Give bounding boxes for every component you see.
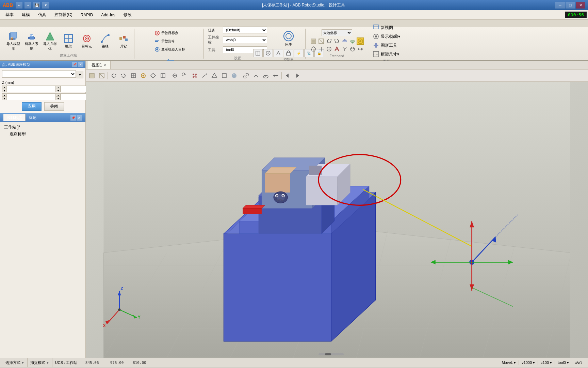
tb-snaps[interactable]	[190, 71, 199, 80]
tb-curve[interactable]	[251, 71, 261, 80]
fh-btn-7[interactable]	[310, 45, 317, 53]
tb-next[interactable]	[293, 71, 302, 80]
minimize-btn[interactable]: ─	[555, 2, 565, 9]
view-tab-1[interactable]: 视图1 ✕	[87, 61, 111, 69]
show-cmd-btn[interactable]: 示教指令	[153, 37, 187, 45]
tb-zoom-in[interactable]	[148, 71, 158, 80]
menu-modify[interactable]: 修改	[119, 11, 136, 19]
new-view-btn[interactable]: 新视图	[371, 24, 394, 32]
select-mode-item[interactable]: 选择方式 ▼	[3, 358, 28, 367]
fh-btn-8[interactable]	[317, 45, 325, 53]
fh-btn-11[interactable]	[341, 45, 348, 53]
select-mode-dropdown[interactable]: ▼	[21, 361, 24, 365]
dropdown-arrow[interactable]: ▼	[77, 71, 83, 78]
menu-controller[interactable]: 控制器(C)	[50, 11, 77, 19]
tb-zoom-fit[interactable]	[129, 71, 138, 80]
tb-measure[interactable]	[200, 71, 209, 80]
fh-btn-9[interactable]	[325, 45, 333, 53]
capture-mode-item[interactable]: 捕捉模式 ▼	[28, 358, 52, 367]
close-btn[interactable]: ✕	[576, 2, 585, 9]
other-btn[interactable]: 其它	[115, 32, 132, 50]
tb-prev[interactable]	[283, 71, 292, 80]
fh-btn-12[interactable]	[349, 45, 356, 53]
tb-shaded[interactable]	[229, 71, 239, 80]
redo-btn[interactable]: ↪	[24, 2, 31, 9]
fh-btn-13[interactable]	[357, 45, 364, 53]
panel-close-btn[interactable]: ✕	[78, 62, 83, 67]
z-up-2[interactable]: ▲	[56, 86, 61, 89]
pos-up-21[interactable]: ▲	[2, 93, 7, 97]
import-model-btn[interactable]: 📦 导入模型库	[5, 29, 22, 52]
fh-btn-6[interactable]	[357, 37, 364, 45]
tb-pan[interactable]	[138, 71, 148, 80]
tree-item-workstation[interactable]: 工作站 ]*	[3, 124, 83, 131]
fh-btn-2[interactable]	[325, 37, 333, 45]
tree-item-base[interactable]: 底座模型	[3, 131, 83, 138]
menu-base[interactable]: 基本	[1, 11, 18, 19]
tb-zoom-box[interactable]	[158, 71, 168, 80]
fh-btn-10[interactable]	[333, 45, 341, 53]
fh-btn-4[interactable]	[341, 37, 348, 45]
frame-btn[interactable]: 框架	[60, 32, 77, 50]
tb-rotate-right[interactable]	[119, 71, 128, 80]
menu-rapid[interactable]: RAPID	[77, 11, 97, 19]
close-btn-panel[interactable]: 关闭	[44, 102, 64, 111]
z-down-2[interactable]: ▼	[56, 89, 61, 92]
capture-mode-dropdown[interactable]: ▼	[46, 361, 49, 365]
speed-item[interactable]: v1000 ▾	[519, 361, 538, 365]
ctrl-btn-5[interactable]: ⚡	[294, 49, 304, 57]
menu-sim[interactable]: 仿真	[34, 11, 50, 19]
wobj-item[interactable]: \WO	[572, 361, 585, 365]
fh-btn-1[interactable]	[317, 37, 325, 45]
maximize-btn[interactable]: □	[566, 2, 575, 9]
save-btn[interactable]: 💾	[33, 2, 40, 9]
z-up-1[interactable]: ▲	[2, 86, 7, 89]
sync-btn[interactable]: 同步	[282, 29, 295, 48]
tab-targets[interactable]: 和目标点	[3, 114, 26, 121]
fh-btn-0[interactable]	[310, 37, 317, 45]
view-robot-btn[interactable]: 查看机器人目标	[153, 46, 187, 53]
zone-item[interactable]: z100 ▾	[538, 361, 555, 365]
frame-size-btn[interactable]: 框架尺寸▾	[371, 50, 401, 58]
quick-access-btn[interactable]: ↩	[16, 2, 22, 9]
tb-wire2[interactable]	[219, 71, 229, 80]
coord-select[interactable]: 大地坐标	[322, 29, 352, 36]
bottom-panel-close[interactable]: ✕	[77, 115, 82, 121]
tb-surface[interactable]	[261, 71, 271, 80]
show-hide-btn[interactable]: 显示/隐藏▾	[371, 32, 402, 41]
view-tab-close[interactable]: ✕	[103, 63, 106, 67]
ctrl-btn-1[interactable]	[253, 49, 263, 57]
move-mode-item[interactable]: MoveL ▾	[499, 361, 519, 365]
tool-status-item[interactable]: tool0 ▾	[555, 361, 572, 365]
pos-up-22[interactable]: ▲	[56, 93, 61, 97]
panel-pin-btn[interactable]: 📌	[72, 62, 77, 67]
tb-wire[interactable]	[210, 71, 219, 80]
import-geo-btn[interactable]: 导入几何体	[42, 29, 59, 52]
tb-select2-btn[interactable]	[97, 71, 107, 80]
ctrl-btn-3[interactable]	[274, 49, 283, 57]
tb-cursor-rot[interactable]	[180, 71, 190, 80]
tb-point[interactable]	[170, 71, 180, 80]
path-btn[interactable]: 路径	[97, 32, 114, 50]
pos-down-22[interactable]: ▼	[56, 97, 61, 100]
tb-rotate-left[interactable]	[109, 71, 118, 80]
show-target-btn[interactable]: 示教目标点	[153, 29, 187, 37]
ctrl-btn-2[interactable]	[263, 49, 273, 57]
viewport[interactable]: Z Y X	[86, 82, 588, 358]
menu-addins[interactable]: Add-Ins	[97, 11, 119, 19]
fh-btn-3[interactable]	[333, 37, 341, 45]
robot-system-btn[interactable]: 机器人系统	[23, 29, 40, 52]
tb-extrude[interactable]	[271, 71, 280, 80]
position-dropdown[interactable]	[2, 70, 76, 78]
pos-val-21[interactable]: 0.00	[7, 93, 56, 100]
ctrl-btn-4[interactable]	[284, 49, 293, 57]
bottom-panel-pin[interactable]: 📌	[70, 115, 76, 121]
tb-select-btn[interactable]	[87, 71, 97, 80]
graphics-tool-btn[interactable]: 图形工具	[371, 41, 398, 49]
pos-down-21[interactable]: ▼	[2, 97, 7, 100]
fh-btn-5[interactable]	[349, 37, 356, 45]
tb-link[interactable]	[241, 71, 251, 80]
ucs-item[interactable]: UCS : 工作站	[52, 358, 80, 367]
z-value-1[interactable]: -975.00	[7, 86, 56, 92]
tab-markers[interactable]: 标记	[26, 114, 40, 121]
